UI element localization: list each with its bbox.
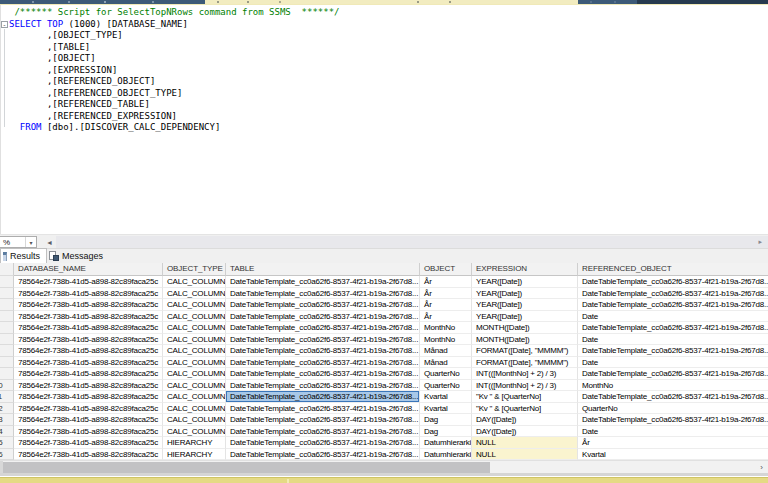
grid-cell[interactable]: QuarterNo (420, 380, 472, 392)
grid-cell[interactable]: MonthNo (578, 380, 768, 392)
grid-cell[interactable]: YEAR([Date]) (472, 288, 578, 300)
tab-messages[interactable]: Messages (47, 248, 109, 263)
grid-cell[interactable]: CALC_COLUMN (163, 414, 226, 426)
grid-cell[interactable]: 78564e2f-738b-41d5-a898-82c89faca25c (14, 437, 163, 449)
grid-cell[interactable]: DateTableTemplate_cc0a62f6-8537-4f21-b19… (226, 403, 420, 415)
grid-cell[interactable]: 78564e2f-738b-41d5-a898-82c89faca25c (14, 334, 163, 346)
grid-hscroll-thumb[interactable] (3, 462, 490, 473)
grid-cell[interactable]: DateTableTemplate_cc0a62f6-8537-4f21-b19… (578, 368, 768, 380)
grid-cell[interactable]: 78564e2f-738b-41d5-a898-82c89faca25c (14, 311, 163, 323)
grid-cell[interactable]: DateTableTemplate_cc0a62f6-8537-4f21-b19… (226, 357, 420, 369)
grid-cell[interactable]: MonthNo (420, 334, 472, 346)
grid-cell[interactable]: NULL (472, 437, 578, 449)
grid-cell[interactable]: DateTableTemplate_cc0a62f6-8537-4f21-b19… (578, 345, 768, 357)
grid-cell[interactable]: CALC_COLUMN (163, 276, 226, 288)
grid-cell[interactable]: CALC_COLUMN (163, 357, 226, 369)
grid-cell[interactable]: CALC_COLUMN (163, 299, 226, 311)
grid-cell[interactable]: Datumhierarki (420, 449, 472, 461)
grid-cell[interactable]: DateTableTemplate_cc0a62f6-8537-4f21-b19… (226, 334, 420, 346)
row-header[interactable]: 14 (0, 426, 14, 438)
grid-cell[interactable]: NULL (472, 449, 578, 461)
grid-cell[interactable]: Månad (420, 345, 472, 357)
row-header[interactable]: 3 (0, 299, 14, 311)
grid-cell[interactable]: CALC_COLUMN (163, 368, 226, 380)
grid-cell[interactable]: År (420, 288, 472, 300)
column-header-table[interactable]: TABLE (226, 263, 420, 276)
grid-cell[interactable]: DateTableTemplate_cc0a62f6-8537-4f21-b19… (226, 288, 420, 300)
grid-hscroll-right-arrow[interactable]: › (760, 461, 763, 473)
grid-cell[interactable]: Datumhierarki (420, 437, 472, 449)
grid-cell[interactable]: YEAR([Date]) (472, 276, 578, 288)
grid-cell[interactable]: MonthNo (420, 322, 472, 334)
grid-cell[interactable]: CALC_COLUMN (163, 288, 226, 300)
grid-cell[interactable]: Månad (420, 357, 472, 369)
sql-editor[interactable]: - /****** Script for SelectTopNRows comm… (0, 5, 768, 234)
grid-cell[interactable]: DateTableTemplate_cc0a62f6-8537-4f21-b19… (578, 322, 768, 334)
row-header[interactable]: 1 (0, 276, 14, 288)
row-header[interactable]: 5 (0, 322, 14, 334)
grid-cell[interactable]: 78564e2f-738b-41d5-a898-82c89faca25c (14, 288, 163, 300)
grid-cell[interactable]: FORMAT([Date], "MMMM") (472, 345, 578, 357)
column-header-referenced_object[interactable]: REFERENCED_OBJECT (578, 263, 768, 276)
grid-cell[interactable]: 78564e2f-738b-41d5-a898-82c89faca25c (14, 414, 163, 426)
grid-cell[interactable]: DateTableTemplate_cc0a62f6-8537-4f21-b19… (578, 299, 768, 311)
grid-cell[interactable]: DateTableTemplate_cc0a62f6-8537-4f21-b19… (226, 391, 420, 403)
grid-cell[interactable]: DateTableTemplate_cc0a62f6-8537-4f21-b19… (226, 368, 420, 380)
column-header-object_type[interactable]: OBJECT_TYPE (163, 263, 226, 276)
grid-hscrollbar[interactable]: › (0, 460, 768, 473)
row-header[interactable]: 7 (0, 345, 14, 357)
grid-cell[interactable]: DateTableTemplate_cc0a62f6-8537-4f21-b19… (226, 449, 420, 461)
grid-cell[interactable]: DateTableTemplate_cc0a62f6-8537-4f21-b19… (226, 311, 420, 323)
grid-cell[interactable]: CALC_COLUMN (163, 426, 226, 438)
grid-cell[interactable]: MONTH([Date]) (472, 334, 578, 346)
grid-cell[interactable]: CALC_COLUMN (163, 322, 226, 334)
column-header-object[interactable]: OBJECT (420, 263, 472, 276)
grid-cell[interactable]: DateTableTemplate_cc0a62f6-8537-4f21-b19… (578, 414, 768, 426)
grid-cell[interactable]: Dag (420, 426, 472, 438)
grid-cell[interactable]: År (420, 276, 472, 288)
grid-cell[interactable]: YEAR([Date]) (472, 299, 578, 311)
row-header[interactable]: 9 (0, 368, 14, 380)
tab-results[interactable]: Results (0, 248, 47, 263)
row-header[interactable]: 15 (0, 437, 14, 449)
grid-cell[interactable]: QuarterNo (578, 403, 768, 415)
grid-cell[interactable]: År (578, 437, 768, 449)
grid-cell[interactable]: DateTableTemplate_cc0a62f6-8537-4f21-b19… (226, 426, 420, 438)
grid-cell[interactable]: CALC_COLUMN (163, 403, 226, 415)
grid-cell[interactable]: Dag (420, 414, 472, 426)
row-header[interactable]: 16 (0, 449, 14, 461)
row-header[interactable]: 6 (0, 334, 14, 346)
column-header-database_name[interactable]: DATABASE_NAME (14, 263, 163, 276)
grid-cell[interactable]: CALC_COLUMN (163, 380, 226, 392)
select-all-corner[interactable] (0, 263, 14, 276)
grid-cell[interactable]: 78564e2f-738b-41d5-a898-82c89faca25c (14, 299, 163, 311)
grid-cell[interactable]: DateTableTemplate_cc0a62f6-8537-4f21-b19… (226, 322, 420, 334)
grid-cell[interactable]: MONTH([Date]) (472, 322, 578, 334)
grid-cell[interactable]: Date (578, 334, 768, 346)
editor-zoom-combo[interactable]: % ▾ (0, 236, 37, 248)
row-header[interactable]: 13 (0, 414, 14, 426)
grid-cell[interactable]: DateTableTemplate_cc0a62f6-8537-4f21-b19… (226, 380, 420, 392)
grid-cell[interactable]: Date (578, 311, 768, 323)
grid-cell[interactable]: 78564e2f-738b-41d5-a898-82c89faca25c (14, 380, 163, 392)
row-header[interactable]: 11 (0, 391, 14, 403)
row-header[interactable]: 4 (0, 311, 14, 323)
editor-hscrollbar[interactable] (56, 236, 768, 248)
grid-cell[interactable]: DateTableTemplate_cc0a62f6-8537-4f21-b19… (226, 276, 420, 288)
row-header[interactable]: 2 (0, 288, 14, 300)
grid-cell[interactable]: 78564e2f-738b-41d5-a898-82c89faca25c (14, 449, 163, 461)
grid-cell[interactable]: DateTableTemplate_cc0a62f6-8537-4f21-b19… (226, 299, 420, 311)
grid-cell[interactable]: "Kv " & [QuarterNo] (472, 403, 578, 415)
row-header[interactable]: 12 (0, 403, 14, 415)
grid-cell[interactable]: YEAR([Date]) (472, 311, 578, 323)
grid-cell[interactable]: DateTableTemplate_cc0a62f6-8537-4f21-b19… (578, 391, 768, 403)
editor-hscroll-right-arrow[interactable]: ▸ (758, 236, 762, 248)
grid-cell[interactable]: INT(([MonthNo] + 2) / 3) (472, 368, 578, 380)
grid-cell[interactable]: DateTableTemplate_cc0a62f6-8537-4f21-b19… (226, 437, 420, 449)
grid-cell[interactable]: Date (578, 426, 768, 438)
grid-cell[interactable]: CALC_COLUMN (163, 391, 226, 403)
grid-cell[interactable]: CALC_COLUMN (163, 311, 226, 323)
grid-cell[interactable]: DateTableTemplate_cc0a62f6-8537-4f21-b19… (226, 414, 420, 426)
grid-cell[interactable]: INT(([MonthNo] + 2) / 3) (472, 380, 578, 392)
grid-cell[interactable]: Kvartal (420, 403, 472, 415)
